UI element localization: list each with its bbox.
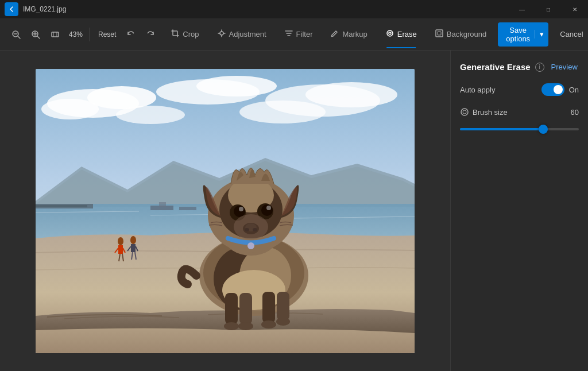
brush-size-slider-container [460, 123, 579, 135]
image-container [36, 69, 415, 353]
erase-label: Erase [397, 30, 417, 38]
toolbar-right: Save options ▾ Cancel [498, 22, 588, 47]
zoom-out-button[interactable] [7, 25, 25, 44]
svg-rect-36 [36, 205, 87, 207]
svg-line-1 [18, 36, 20, 38]
preview-link[interactable]: Preview [551, 63, 578, 71]
right-panel: Generative Erase i Preview Auto apply On [450, 51, 588, 371]
brush-size-value: 60 [571, 108, 579, 117]
toolbar-left: 43% Reset [7, 25, 160, 44]
svg-point-86 [247, 242, 254, 249]
background-label: Background [447, 30, 486, 38]
window-controls: — □ ✕ [509, 0, 588, 18]
title-bar-left: IMG_0221.jpg [5, 2, 66, 16]
svg-rect-18 [438, 32, 441, 35]
panel-title: Generative Erase [460, 62, 531, 72]
svg-point-79 [239, 207, 243, 211]
svg-point-67 [224, 322, 239, 330]
svg-point-21 [87, 86, 156, 109]
svg-rect-41 [118, 245, 123, 254]
zoom-level: 43% [65, 30, 86, 38]
svg-point-69 [261, 320, 276, 329]
svg-point-24 [196, 76, 277, 96]
brush-size-label: Brush size [473, 108, 508, 117]
toolbar: 43% Reset Crop [0, 18, 588, 51]
fit-view-button[interactable] [46, 25, 64, 44]
background-icon [435, 29, 443, 39]
svg-rect-38 [159, 202, 166, 207]
svg-rect-64 [239, 293, 252, 324]
title-bar: IMG_0221.jpg — □ ✕ [0, 0, 588, 18]
save-options-button[interactable]: Save options ▾ [498, 22, 548, 47]
redo-button[interactable] [141, 25, 160, 44]
photo-canvas[interactable] [36, 69, 415, 353]
maximize-button[interactable]: □ [535, 0, 562, 18]
nav-erase[interactable]: Erase [377, 25, 426, 44]
window-title: IMG_0221.jpg [23, 5, 66, 13]
save-options-label: Save options [506, 26, 535, 43]
crop-icon [171, 29, 179, 39]
svg-point-27 [116, 106, 185, 124]
brush-size-row: Brush size 60 [460, 107, 579, 117]
filter-icon [285, 29, 293, 39]
filter-label: Filter [296, 30, 313, 38]
panel-header: Generative Erase i Preview [460, 62, 579, 72]
close-button[interactable]: ✕ [562, 0, 588, 18]
svg-rect-66 [277, 292, 289, 320]
markup-icon [331, 29, 339, 39]
slider-fill [460, 128, 543, 130]
nav-background[interactable]: Background [426, 25, 496, 44]
nav-markup[interactable]: Markup [322, 25, 376, 44]
back-button[interactable] [5, 2, 18, 16]
nav-adjustment[interactable]: Adjustment [208, 25, 276, 44]
slider-thumb[interactable] [539, 125, 548, 134]
beach-image [36, 69, 415, 353]
toolbar-nav: Crop Adjustment Filter [162, 25, 496, 44]
brush-icon [460, 107, 469, 117]
svg-point-70 [276, 318, 290, 326]
svg-rect-63 [225, 293, 238, 324]
adjustment-label: Adjustment [229, 30, 266, 38]
svg-point-85 [234, 214, 268, 239]
toggle-on-label: On [569, 86, 579, 94]
nav-filter[interactable]: Filter [276, 25, 322, 44]
auto-apply-row: Auto apply On [460, 83, 579, 96]
brush-label-container: Brush size [460, 107, 508, 117]
nav-crop[interactable]: Crop [162, 25, 208, 44]
auto-apply-toggle[interactable] [541, 83, 564, 96]
toolbar-divider [90, 28, 90, 41]
svg-point-10 [220, 32, 223, 35]
svg-point-15 [387, 30, 393, 36]
svg-rect-7 [52, 32, 59, 37]
svg-point-26 [305, 82, 397, 107]
svg-point-77 [234, 206, 245, 217]
zoom-in-button[interactable] [26, 25, 45, 44]
minimize-button[interactable]: — [509, 0, 535, 18]
svg-point-40 [118, 237, 123, 245]
svg-point-16 [389, 32, 391, 34]
save-options-arrow[interactable]: ▾ [535, 30, 548, 38]
svg-point-78 [261, 204, 273, 216]
svg-rect-39 [179, 207, 196, 210]
cancel-button[interactable]: Cancel [553, 26, 588, 42]
svg-point-87 [461, 109, 468, 115]
svg-point-46 [130, 236, 136, 244]
toggle-knob [554, 85, 563, 94]
auto-apply-label: Auto apply [460, 86, 495, 94]
svg-line-4 [37, 36, 40, 38]
info-icon[interactable]: i [535, 63, 544, 72]
undo-button[interactable] [122, 25, 140, 44]
svg-point-22 [41, 99, 99, 119]
svg-rect-47 [131, 244, 136, 252]
main-content: Generative Erase i Preview Auto apply On [0, 51, 588, 371]
svg-rect-65 [262, 292, 275, 323]
svg-point-68 [238, 322, 253, 330]
canvas-area[interactable] [0, 51, 450, 371]
toggle-container: On [541, 83, 579, 96]
svg-point-28 [239, 101, 326, 123]
svg-point-88 [463, 110, 466, 114]
crop-label: Crop [183, 30, 199, 38]
adjustment-icon [218, 29, 226, 39]
erase-icon [386, 29, 394, 39]
reset-button[interactable]: Reset [94, 28, 121, 41]
